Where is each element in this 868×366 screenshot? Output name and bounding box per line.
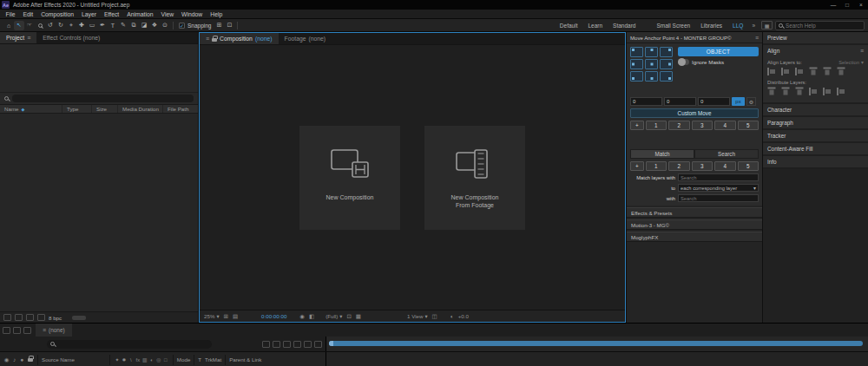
effects-icon[interactable]: fx [135, 357, 141, 363]
panel-content-aware-fill[interactable]: Content-Aware Fill [763, 143, 868, 154]
eraser-tool-icon[interactable]: ◪ [139, 21, 149, 30]
workspace-overflow-button[interactable]: » [748, 23, 759, 29]
with-input[interactable] [678, 194, 759, 202]
workspace-grid-icon[interactable]: ▦ [761, 21, 773, 29]
workspace-standard[interactable]: Standard [608, 23, 641, 29]
tab-effect-controls[interactable]: Effect Controls (none) [36, 32, 106, 43]
panel-preview[interactable]: Preview [763, 32, 868, 43]
eye-icon[interactable]: ◉ [3, 356, 10, 363]
distribute-vertical-center-icon[interactable] [782, 88, 790, 96]
transparency-grid-icon[interactable]: ▦ [356, 313, 361, 320]
brush-tool-icon[interactable]: ✎ [118, 21, 128, 30]
ignore-masks-toggle[interactable] [678, 59, 689, 65]
rotation-tool-icon[interactable]: ↻ [56, 21, 66, 30]
panel-menu-icon[interactable]: ≡ [755, 35, 759, 41]
move-anchor-point-header[interactable]: Move Anchor Point 4 - MONTER GROUP© ≡ [627, 32, 762, 43]
snapshot-icon[interactable]: ◉ [299, 313, 305, 320]
work-area-bar[interactable] [329, 341, 863, 346]
minimize-button[interactable]: — [826, 0, 840, 10]
hand-tool-icon[interactable]: ☞ [24, 21, 35, 30]
show-channel-icon[interactable]: ◧ [309, 313, 314, 320]
comp-mini-flowchart-icon[interactable] [13, 327, 21, 334]
project-search-input[interactable] [15, 96, 191, 101]
interpret-footage-icon[interactable] [3, 314, 11, 321]
column-source-name[interactable]: Source Name [42, 356, 75, 363]
menu-help[interactable]: Help [207, 11, 227, 17]
motion-blur-icon[interactable]: ◐ [148, 357, 155, 363]
object-button[interactable]: OBJECT [678, 47, 759, 56]
search-filter-icon[interactable]: ◆ [22, 107, 25, 112]
comp-mini-flowchart-icon[interactable] [262, 341, 270, 348]
match-1-button[interactable]: 1 [646, 161, 667, 171]
custom-move-2-button[interactable]: 2 [668, 121, 690, 130]
column-mode[interactable]: Mode [177, 356, 190, 363]
menu-file[interactable]: File [2, 11, 19, 17]
timeline-search-input[interactable] [57, 342, 208, 347]
resolution-select[interactable]: (Full) ▾ [326, 313, 342, 319]
hide-shy-layers-icon[interactable] [283, 341, 291, 348]
tab-footage[interactable]: Footage (none) [279, 33, 332, 44]
pen-tool-icon[interactable]: ✒ [97, 21, 108, 30]
panel-info[interactable]: Info [763, 156, 868, 167]
new-composition-button[interactable]: New Composition [299, 126, 400, 230]
lock-icon[interactable] [212, 38, 217, 42]
match-2-button[interactable]: 2 [668, 161, 690, 171]
panel-paragraph[interactable]: Paragraph [763, 117, 868, 128]
align-layers-select[interactable]: Selection ▾ [838, 60, 864, 65]
anchor-y-input[interactable] [664, 97, 696, 106]
horizontal-scrollbar-thumb[interactable] [72, 316, 86, 320]
tab-project[interactable]: Project ≡ [0, 32, 36, 43]
draft-3d-icon[interactable] [273, 341, 280, 348]
collapse-transformations-icon[interactable]: ✹ [121, 357, 128, 363]
rulers-icon[interactable]: ▤ [233, 313, 238, 320]
distribute-left-icon[interactable] [809, 88, 818, 95]
close-button[interactable]: × [854, 0, 868, 10]
quality-icon[interactable]: \ [128, 357, 135, 363]
menu-window[interactable]: Window [178, 11, 207, 17]
settings-gear-icon[interactable]: ⚙ [746, 97, 756, 106]
align-left-icon[interactable] [767, 68, 776, 75]
type-tool-icon[interactable]: T [108, 21, 118, 30]
panel-effects-and-presets[interactable]: Effects & Presets [627, 207, 762, 218]
anchor-pos-bottom-left[interactable] [630, 71, 643, 82]
distribute-right-icon[interactable] [837, 88, 845, 95]
menu-effect[interactable]: Effect [100, 11, 122, 17]
anchor-pos-top-right[interactable] [660, 47, 673, 57]
match-add-button[interactable]: + [630, 161, 644, 171]
match-3-button[interactable]: 3 [692, 161, 713, 171]
match-layers-input[interactable] [678, 173, 759, 181]
tab-scroll-left-icon[interactable] [3, 327, 10, 334]
workspace-small-screen[interactable]: Small Screen [651, 23, 695, 29]
panel-align[interactable]: Align ≡ [763, 45, 868, 56]
align-vertical-center-icon[interactable] [824, 68, 832, 76]
menu-view[interactable]: View [157, 11, 178, 17]
anchor-pos-center[interactable] [645, 59, 658, 69]
snap-to-guides-icon[interactable]: ⊡ [224, 21, 234, 30]
custom-move-add-button[interactable]: + [630, 121, 644, 130]
distribute-bottom-icon[interactable] [796, 88, 804, 96]
panel-tracker[interactable]: Tracker [763, 130, 868, 141]
audio-icon[interactable]: ♪ [10, 356, 18, 363]
column-parent-link[interactable]: Parent & Link [229, 356, 261, 363]
align-bottom-icon[interactable] [838, 68, 845, 76]
puppet-pin-tool-icon[interactable]: ⊙ [160, 21, 170, 30]
color-depth-button[interactable]: 8 bpc [49, 315, 62, 321]
menu-composition[interactable]: Composition [37, 11, 78, 17]
maximize-button[interactable]: □ [840, 0, 854, 10]
tab-match[interactable]: Match [630, 149, 694, 159]
custom-move-4-button[interactable]: 4 [714, 121, 736, 130]
column-file-path[interactable]: File Path [163, 105, 198, 113]
shy-icon[interactable]: ✦ [114, 357, 121, 363]
help-search-input[interactable] [786, 23, 861, 29]
distribute-horizontal-center-icon[interactable] [823, 88, 832, 95]
align-horizontal-center-icon[interactable] [781, 68, 790, 75]
create-composition-icon[interactable] [26, 314, 34, 321]
tab-scroll-right-icon[interactable] [23, 327, 31, 334]
menu-animation[interactable]: Animation [123, 11, 157, 17]
motion-blur-icon[interactable] [304, 341, 312, 348]
tab-composition[interactable]: ≡ Composition (none) [200, 33, 279, 44]
pixel-aspect-icon[interactable]: ◫ [432, 313, 437, 320]
panel-menu-icon[interactable]: ≡ [860, 48, 864, 54]
lock-icon[interactable] [26, 356, 34, 363]
workspace-default[interactable]: Default [555, 23, 583, 29]
